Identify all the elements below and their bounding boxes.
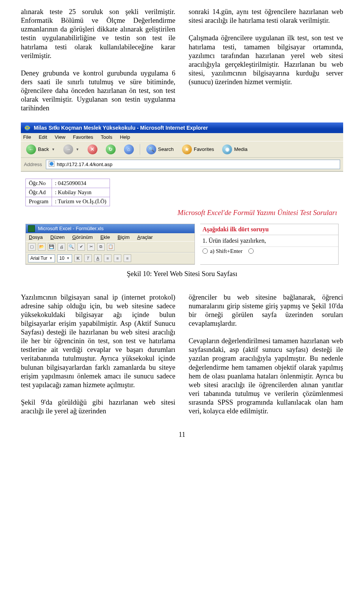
media-icon: ◉ xyxy=(222,144,232,154)
ie-page-icon xyxy=(49,161,55,168)
ad-label: Öğr.Ad xyxy=(26,188,52,197)
top-right-p2: Çalışmada öğrencilere uygulanan ilk test… xyxy=(189,34,344,86)
question-1-text: 1. Ürün ifadesi yazılırken, xyxy=(200,235,338,247)
home-button[interactable]: ⌂ xyxy=(122,144,136,155)
align-center-icon[interactable]: ≡ xyxy=(114,254,121,262)
toolbar-separator-1 xyxy=(140,144,140,155)
browser-menubar: File Edit View Favorites Tools Help xyxy=(21,133,343,141)
browser-titlebar: Milas Sıtkı Koçman Meslek Yüksekokulu - … xyxy=(21,122,343,133)
browser-title-text: Milas Sıtkı Koçman Meslek Yüksekokulu - … xyxy=(34,125,208,131)
font-dropdown-icon: ▼ xyxy=(49,256,53,260)
ie-icon xyxy=(24,124,31,131)
font-size: 10 xyxy=(60,256,64,261)
font-selector[interactable]: Arial Tur ▼ xyxy=(28,254,55,262)
home-icon: ⌂ xyxy=(124,144,134,154)
question-1-option-partial[interactable] xyxy=(246,247,260,256)
open-icon[interactable]: 📂 xyxy=(38,243,46,251)
size-selector[interactable]: 10 ▼ xyxy=(57,254,72,262)
info-row-program: Program : Turizm ve Ot.İş.(İ.Ö) xyxy=(26,197,110,206)
spell-icon[interactable]: ✔ xyxy=(77,243,85,251)
excel-menubar: Dosya Düzen Görünüm Ekle Biçim Araçlar xyxy=(26,233,195,241)
excel-menu-ekle[interactable]: Ekle xyxy=(100,234,110,240)
excel-menu-araclar[interactable]: Araçlar xyxy=(137,234,153,240)
browser-screenshot: Milas Sıtkı Koçman Meslek Yüksekokulu - … xyxy=(21,122,343,266)
no-label: Öğr.No xyxy=(26,179,52,188)
forward-dropdown-icon: ▼ xyxy=(76,148,79,151)
top-left-col: alınarak teste 25 soruluk son şekli veri… xyxy=(21,8,176,113)
excel-menu-gorunum[interactable]: Görünüm xyxy=(72,234,93,240)
address-field[interactable]: http://172.17.4.4/kont.asp xyxy=(46,160,340,169)
favorites-label: Favorites xyxy=(194,146,214,152)
star-icon: ★ xyxy=(182,144,192,154)
menu-file[interactable]: File xyxy=(23,134,31,140)
info-row-no: Öğr.No : 0425090034 xyxy=(26,179,110,188)
question-heading: Aşağıdaki ilk dört soruyu xyxy=(200,224,338,235)
bottom-right-p2: Cevapların değerlendirilmesi tamamen haz… xyxy=(189,337,344,415)
svg-point-2 xyxy=(50,162,53,166)
excel-menu-bicim[interactable]: Biçim xyxy=(118,234,130,240)
paste-icon[interactable]: 📋 xyxy=(107,243,115,251)
bold-icon[interactable]: K xyxy=(74,254,82,262)
no-value: : 0425090034 xyxy=(52,179,110,188)
top-right-col: sonraki 14.gün, aynı test öğrencilere ha… xyxy=(189,8,344,113)
address-url: http://172.17.4.4/kont.asp xyxy=(57,162,113,167)
refresh-icon: ↻ xyxy=(106,144,116,154)
radio-icon xyxy=(248,248,254,254)
menu-help[interactable]: Help xyxy=(120,134,130,140)
favorites-button[interactable]: ★ Favorites xyxy=(180,144,216,155)
question-1-option-a[interactable]: a) Shift+Enter xyxy=(200,247,245,256)
bottom-right-col: öğrenciler bu web sitesine bağlanarak, ö… xyxy=(189,293,344,416)
bottom-right-p1: öğrenciler bu web sitesine bağlanarak, ö… xyxy=(189,294,344,327)
bottom-left-col: Yazılımcının bilgisayarı sanal ip (inter… xyxy=(21,293,176,416)
excel-screenshot: Microsoft Excel - Formüller.xls Dosya Dü… xyxy=(25,224,195,265)
align-left-icon[interactable]: ≡ xyxy=(104,254,111,262)
size-dropdown-icon: ▼ xyxy=(66,256,70,260)
search-icon: 🔍 xyxy=(146,144,156,154)
search-button[interactable]: 🔍 Search xyxy=(144,144,176,155)
top-right-p1: sonraki 14.gün, aynı test öğrencilere ha… xyxy=(189,8,344,24)
refresh-button[interactable]: ↻ xyxy=(104,144,118,155)
print-icon[interactable]: 🖨 xyxy=(58,243,65,251)
search-label: Search xyxy=(158,146,174,152)
menu-favorites[interactable]: Favorites xyxy=(73,134,93,140)
cut-icon[interactable]: ✂ xyxy=(87,243,95,251)
excel-icon xyxy=(28,225,35,232)
menu-tools[interactable]: Tools xyxy=(101,134,112,140)
preview-icon[interactable]: 🔍 xyxy=(67,243,75,251)
underline-icon[interactable]: A xyxy=(94,254,102,262)
forward-button[interactable]: → ▼ xyxy=(61,144,82,155)
back-button[interactable]: ← Back ▼ xyxy=(24,144,57,155)
option-a-label: a) Shift+Enter xyxy=(210,248,243,254)
back-arrow-icon: ← xyxy=(26,144,36,154)
copy-icon[interactable]: ⧉ xyxy=(97,243,105,251)
back-dropdown-icon: ▼ xyxy=(52,148,55,151)
figure-caption: Şekil 10: Yerel Web Sitesi Soru Sayfası xyxy=(21,270,343,278)
new-icon[interactable]: ▢ xyxy=(28,243,36,251)
align-right-icon[interactable]: ≡ xyxy=(124,254,131,262)
excel-toolbar-1: ▢ 📂 💾 🖨 🔍 ✔ ✂ ⧉ 📋 xyxy=(26,241,195,253)
media-button[interactable]: ◉ Media xyxy=(220,144,249,155)
italic-icon[interactable]: T xyxy=(84,254,92,262)
excel-menu-dosya[interactable]: Dosya xyxy=(29,234,43,240)
menu-view[interactable]: View xyxy=(55,134,65,140)
excel-title-text: Microsoft Excel - Formüller.xls xyxy=(38,226,104,231)
menu-edit[interactable]: Edit xyxy=(39,134,47,140)
ad-value: : Kubilay Nayın xyxy=(52,188,110,197)
back-label: Back xyxy=(38,146,49,152)
excel-titlebar: Microsoft Excel - Formüller.xls xyxy=(26,224,195,233)
save-icon[interactable]: 💾 xyxy=(48,243,55,251)
webpage-content: Öğr.No : 0425090034 Öğr.Ad : Kubilay Nay… xyxy=(21,171,343,266)
prog-label: Program xyxy=(26,197,52,206)
bottom-left-p1: Yazılımcının bilgisayarı sanal ip (inter… xyxy=(21,294,176,389)
prog-value: : Turizm ve Ot.İş.(İ.Ö) xyxy=(52,197,110,206)
info-row-ad: Öğr.Ad : Kubilay Nayın xyxy=(26,188,110,197)
stop-button[interactable]: ✕ xyxy=(85,144,100,155)
excel-toolbar-2: Arial Tur ▼ 10 ▼ K T A ≡ ≡ xyxy=(26,253,195,264)
bottom-columns: Yazılımcının bilgisayarı sanal ip (inter… xyxy=(21,293,343,416)
stop-icon: ✕ xyxy=(88,144,97,154)
question-panel: Aşağıdaki ilk dört soruyu 1. Ürün ifades… xyxy=(200,224,339,265)
browser-window: Milas Sıtkı Koçman Meslek Yüksekokulu - … xyxy=(21,122,343,266)
top-left-p2: Deney grubunda ve kontrol gurubunda uygu… xyxy=(21,69,176,112)
excel-menu-duzen[interactable]: Düzen xyxy=(50,234,65,240)
radio-icon xyxy=(202,248,208,254)
